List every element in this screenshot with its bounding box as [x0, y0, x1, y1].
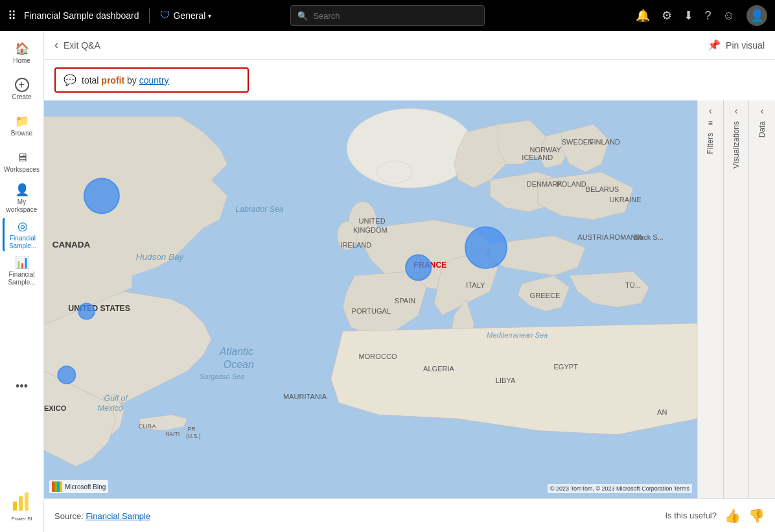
germany-bubble [465, 227, 507, 268]
sidebar-item-label-financial-1: Financial Sample... [7, 235, 39, 250]
browse-icon: 📁 [15, 114, 29, 128]
app-title: Financial Sample dashboard [24, 10, 139, 21]
search-bar[interactable]: 🔍 [290, 5, 485, 26]
settings-icon[interactable]: ⚙ [662, 8, 672, 23]
qa-area: 💬 total profit by country [44, 60, 775, 100]
portugal-label: PORTUGAL [352, 307, 391, 315]
pin-visual-label: Pin visual [726, 40, 765, 51]
black-sea-label: Black S... [633, 233, 664, 241]
ireland-label: IRELAND [340, 241, 371, 249]
sub-header: ‹ Exit Q&A 📌 Pin visual [44, 31, 775, 60]
help-icon[interactable]: ? [705, 9, 711, 23]
an-label: AN [657, 408, 667, 416]
visualizations-panel-label: Visualizations [732, 121, 741, 168]
atlantic-label2: Ocean [224, 359, 254, 370]
my-workspace-icon: 👤 [15, 183, 29, 197]
bing-logo-icon [52, 481, 62, 492]
source-section: Source: Financial Sample [54, 510, 150, 522]
pin-icon: 📌 [708, 39, 721, 51]
qa-highlight-profit: profit [101, 75, 124, 86]
morocco-label: MOROCCO [359, 353, 397, 360]
sidebar-item-my-workspace[interactable]: 👤 My workspace [3, 181, 41, 215]
filters-panel-label: Filters [706, 133, 715, 154]
sidebar-item-home[interactable]: 🏠 Home [3, 36, 41, 70]
france-bubble [406, 255, 431, 280]
hudson-bay-label: Hudson Bay [136, 252, 185, 262]
sidebar-item-workspaces[interactable]: 🖥 Workspaces [3, 145, 41, 179]
qa-input-wrapper[interactable]: 💬 total profit by country [54, 67, 249, 93]
more-icon: ••• [16, 380, 28, 393]
spain-label: SPAIN [395, 297, 415, 305]
sidebar-item-more[interactable]: ••• [3, 369, 41, 403]
financial-sample-icon-1: ◎ [17, 219, 28, 233]
sidebar-item-browse[interactable]: 📁 Browse [3, 109, 41, 143]
home-icon: 🏠 [15, 41, 29, 56]
ukraine-label: UKRAINE [609, 196, 641, 203]
pin-visual-button[interactable]: 📌 Pin visual [708, 39, 765, 51]
back-arrow-icon: ‹ [54, 38, 58, 52]
sidebar: 🏠 Home + Create 📁 Browse 🖥 Workspaces 👤 … [0, 31, 44, 532]
feedback-icon[interactable]: ☺ [723, 9, 735, 23]
norway-label: NORWAY [530, 146, 562, 154]
topbar-icons: 🔔 ⚙ ⬇ ? ☺ 👤 [636, 5, 767, 26]
sidebar-item-label-create: Create [12, 93, 31, 101]
sidebar-powerbi: Power BI [5, 485, 39, 527]
workspace-label: General [173, 10, 205, 21]
egypt-label: EGYPT [553, 363, 578, 371]
austria-label: AUSTRIA [577, 233, 609, 241]
search-input[interactable] [313, 11, 478, 21]
sidebar-item-financial-sample-1[interactable]: ◎ Financial Sample... [3, 218, 41, 251]
useful-section: Is this useful? 👍 👎 [665, 508, 765, 524]
svg-rect-8 [52, 481, 54, 492]
notification-icon[interactable]: 🔔 [636, 8, 650, 23]
thumbs-up-button[interactable]: 👍 [724, 508, 741, 524]
svg-rect-1 [19, 496, 23, 511]
filters-collapse-btn[interactable]: ‹ [709, 106, 712, 116]
atlantic-label: Atlantic [219, 346, 253, 357]
poland-label: POLAND [557, 180, 586, 188]
sidebar-item-label-workspaces: Workspaces [4, 166, 40, 174]
useful-text: Is this useful? [665, 511, 717, 520]
cuba-label: CUBA [138, 422, 156, 430]
pr-label: PR [188, 426, 196, 432]
source-prefix: Source: [54, 511, 86, 521]
italy-label: ITALY [466, 281, 485, 289]
sidebar-item-create[interactable]: + Create [3, 73, 41, 106]
grid-icon[interactable]: ⠿ [8, 8, 16, 23]
powerbi-logo [10, 490, 34, 513]
create-icon: + [15, 78, 29, 92]
exit-qa-button[interactable]: ‹ Exit Q&A [54, 38, 100, 52]
canada-bubble [84, 178, 119, 213]
workspace-badge[interactable]: 🛡 General ▾ [160, 10, 211, 21]
pr-label2: (U.S.) [186, 433, 201, 439]
gulf-mexico-label: Gulf of [104, 394, 129, 403]
source-link[interactable]: Financial Sample [86, 511, 150, 521]
usa-bubble [78, 303, 95, 319]
sidebar-item-label-home: Home [13, 57, 30, 65]
chevron-down-icon: ▾ [208, 12, 211, 19]
map-area[interactable]: CANADA UNITED STATES MEXICO ICELAND SWED… [44, 100, 697, 498]
haiti-label: HAITI [165, 431, 179, 437]
main-layout: 🏠 Home + Create 📁 Browse 🖥 Workspaces 👤 … [0, 31, 775, 532]
svg-point-5 [377, 161, 412, 183]
sidebar-item-label-financial-2: Financial Sample... [5, 271, 39, 286]
data-collapse-btn[interactable]: ‹ [761, 106, 764, 116]
download-icon[interactable]: ⬇ [684, 8, 693, 23]
sidebar-item-financial-sample-2[interactable]: 📊 Financial Sample... [3, 254, 41, 288]
chat-icon: 💬 [64, 74, 76, 86]
data-panel-label: Data [758, 121, 767, 137]
svg-rect-0 [13, 502, 17, 511]
powerbi-label: Power BI [10, 516, 34, 522]
us-label: UNITED STATES [68, 304, 130, 313]
finland-label: FINLAND [590, 138, 620, 146]
mauritania-label: MAURITANIA [283, 393, 327, 400]
gulf-mexico-label2: Mexico [98, 404, 123, 413]
sidebar-item-label-my-workspace: My workspace [5, 198, 39, 214]
visualizations-collapse-btn[interactable]: ‹ [735, 106, 738, 116]
svg-rect-10 [57, 481, 60, 492]
thumbs-down-button[interactable]: 👎 [748, 508, 765, 524]
bing-logo-text: Microsoft Bing [65, 483, 106, 491]
sidebar-item-label-browse: Browse [11, 130, 32, 137]
svg-rect-2 [25, 492, 29, 511]
avatar[interactable]: 👤 [746, 5, 767, 26]
